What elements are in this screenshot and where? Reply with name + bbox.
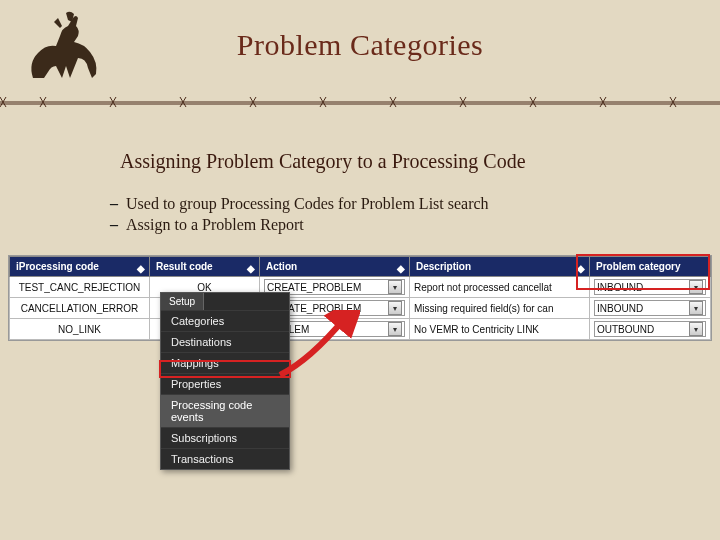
cell-pcode: CANCELLATION_ERROR	[10, 298, 150, 319]
cell-desc: Report not processed cancellat	[410, 277, 590, 298]
processing-code-table: iProcessing code◆ Result code◆ Action◆ D…	[8, 255, 712, 341]
col-action[interactable]: Action◆	[260, 257, 410, 277]
cell-pcode: NO_LINK	[10, 319, 150, 340]
menu-item-destinations[interactable]: Destinations	[161, 331, 289, 352]
cell-desc: Missing required field(s) for can	[410, 298, 590, 319]
menu-item-transactions[interactable]: Transactions	[161, 448, 289, 469]
cell-category[interactable]: INBOUND▾	[590, 277, 711, 298]
cell-category[interactable]: OUTBOUND▾	[590, 319, 711, 340]
menu-item-categories[interactable]: Categories	[161, 310, 289, 331]
col-result-code[interactable]: Result code◆	[150, 257, 260, 277]
dropdown-icon[interactable]: ▾	[388, 322, 402, 336]
table-row: CANCELLATION_ERROR SKIP_FAILED CREATE_PR…	[10, 298, 711, 319]
sort-icon[interactable]: ◆	[397, 263, 405, 271]
dropdown-icon[interactable]: ▾	[689, 280, 703, 294]
col-processing-code[interactable]: iProcessing code◆	[10, 257, 150, 277]
slide-subtitle: Assigning Problem Category to a Processi…	[120, 150, 526, 173]
sort-icon[interactable]: ◆	[137, 263, 145, 271]
table-header-row: iProcessing code◆ Result code◆ Action◆ D…	[10, 257, 711, 277]
menu-item-mappings[interactable]: Mappings	[161, 352, 289, 373]
dropdown-icon[interactable]: ▾	[689, 301, 703, 315]
sort-icon[interactable]: ◆	[247, 263, 255, 271]
menu-item-processing-code-events[interactable]: Processing code events	[161, 394, 289, 427]
bullet-item: Used to group Processing Codes for Probl…	[110, 195, 489, 213]
cell-desc: No VEMR to Centricity LINK	[410, 319, 590, 340]
dropdown-icon[interactable]: ▾	[689, 322, 703, 336]
bullet-list: Used to group Processing Codes for Probl…	[110, 195, 489, 237]
slide-title: Problem Categories	[0, 28, 720, 62]
context-menu: Setup Categories Destinations Mappings P…	[160, 292, 290, 470]
menu-item-subscriptions[interactable]: Subscriptions	[161, 427, 289, 448]
barbed-wire-divider	[0, 95, 720, 109]
cell-pcode: TEST_CANC_REJECTION	[10, 277, 150, 298]
sort-icon[interactable]: ◆	[577, 263, 585, 271]
bullet-item: Assign to a Problem Report	[110, 216, 489, 234]
menu-item-properties[interactable]: Properties	[161, 373, 289, 394]
table-row: NO_LINK SKIP_FAILEE ROBLEM▾ No VEMR to C…	[10, 319, 711, 340]
menu-tab-setup[interactable]: Setup	[161, 293, 204, 310]
cell-category[interactable]: INBOUND▾	[590, 298, 711, 319]
col-description[interactable]: Description◆	[410, 257, 590, 277]
col-problem-category[interactable]: Problem category	[590, 257, 711, 277]
dropdown-icon[interactable]: ▾	[388, 301, 402, 315]
dropdown-icon[interactable]: ▾	[388, 280, 402, 294]
table-row: TEST_CANC_REJECTION OK CREATE_PROBLEM▾ R…	[10, 277, 711, 298]
